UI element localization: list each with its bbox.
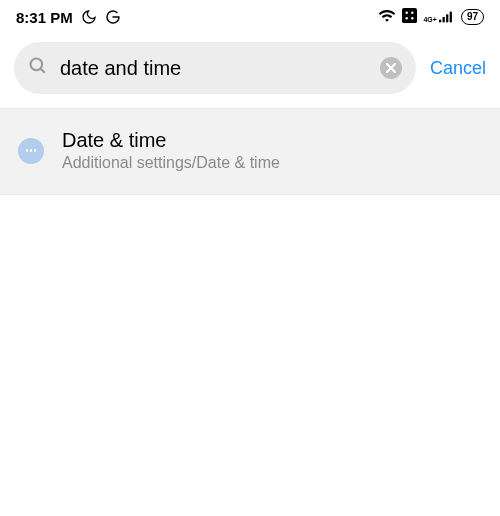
result-item-date-time[interactable]: Date & time Additional settings/Date & t… [16,129,484,172]
cancel-button[interactable]: Cancel [430,58,486,79]
result-path: Additional settings/Date & time [62,154,280,172]
status-bar: 8:31 PM [0,0,500,32]
svg-point-4 [412,17,414,19]
search-icon [28,56,48,80]
svg-point-9 [31,59,43,71]
result-title: Date & time [62,129,280,152]
search-row: Cancel [0,32,500,108]
svg-point-2 [412,11,414,13]
status-right: 4G+ 97 [378,8,484,27]
wifi-icon [378,8,396,26]
status-time: 8:31 PM [16,9,73,26]
status-left: 8:31 PM [16,9,121,26]
signal-icon: 4G+ [423,11,454,23]
search-input[interactable] [60,57,368,80]
clear-button[interactable] [380,57,402,79]
more-icon [18,138,44,164]
app-grid-icon [402,8,417,27]
svg-point-1 [406,11,408,13]
svg-rect-6 [442,17,444,22]
moon-icon [81,9,97,25]
svg-point-3 [406,17,408,19]
search-field[interactable] [14,42,416,94]
svg-rect-7 [446,14,448,22]
svg-rect-0 [402,8,417,23]
svg-rect-5 [439,20,441,23]
result-text: Date & time Additional settings/Date & t… [62,129,280,172]
svg-rect-8 [450,12,452,23]
battery-icon: 97 [461,9,484,25]
svg-line-10 [41,69,45,73]
google-icon [105,9,121,25]
results-panel: Date & time Additional settings/Date & t… [0,108,500,195]
